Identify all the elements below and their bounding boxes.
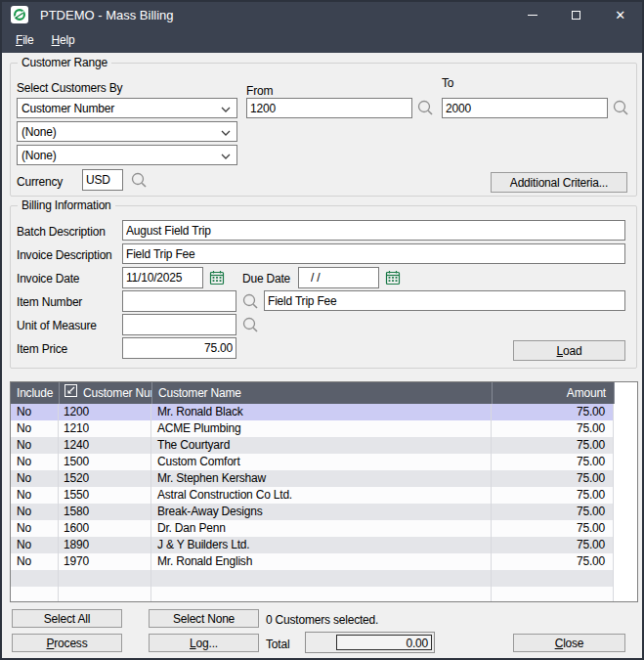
cell-include[interactable]: No	[11, 504, 59, 520]
cell-amount: 75.00	[492, 520, 614, 537]
invoice-date-calendar-icon[interactable]	[209, 270, 225, 288]
to-finder-icon[interactable]	[612, 99, 629, 119]
invoice-description-label: Invoice Description	[17, 248, 112, 262]
unit-of-measure-finder-icon[interactable]	[241, 316, 259, 336]
to-input[interactable]	[442, 98, 608, 118]
load-button[interactable]: Load	[513, 340, 625, 361]
cell-include[interactable]: No	[11, 470, 59, 487]
cell-amount: 75.00	[492, 553, 614, 570]
cell-amount: 75.00	[492, 404, 614, 420]
grid-row[interactable]: No1210ACME Plumbing75.00	[11, 420, 637, 437]
cell-name: Astral Construction Co Ltd.	[151, 487, 492, 504]
column-header-filler	[614, 382, 637, 404]
due-date-calendar-icon[interactable]	[385, 270, 401, 288]
customers-grid: Include Customer Number Customer Name Am…	[10, 381, 638, 602]
filter3-combo[interactable]: (None)	[17, 145, 237, 165]
grid-row[interactable]: No1550Astral Construction Co Ltd.75.00	[11, 487, 637, 504]
from-label: From	[246, 84, 273, 98]
cell-name: The Courtyard	[151, 437, 492, 454]
column-header-include[interactable]: Include	[11, 382, 59, 404]
cell-name: ACME Plumbing	[151, 420, 492, 437]
cell-name: Mr. Ronald English	[151, 553, 492, 570]
due-date-label: Due Date	[242, 272, 290, 286]
grid-row[interactable]: No1240The Courtyard75.00	[11, 437, 637, 454]
invoice-date-input[interactable]	[122, 267, 203, 288]
cell-name: Mr. Stephen Kershaw	[151, 470, 492, 487]
item-number-finder-icon[interactable]	[241, 292, 259, 313]
cell-include[interactable]: No	[11, 520, 59, 537]
column-header-customer-name[interactable]: Customer Name	[151, 382, 492, 404]
cell-number: 1580	[59, 504, 151, 520]
item-price-input[interactable]	[122, 337, 236, 359]
cell-number: 1200	[59, 404, 151, 420]
cell-number: 1210	[59, 420, 151, 437]
item-description-input[interactable]	[264, 290, 625, 311]
grid-body: No1200Mr. Ronald Black75.00No1210ACME Pl…	[11, 404, 637, 602]
cell-include[interactable]: No	[11, 553, 59, 570]
cell-include[interactable]: No	[11, 437, 59, 454]
cell-include[interactable]: No	[11, 404, 59, 420]
cell-amount: 75.00	[492, 470, 614, 487]
batch-description-input[interactable]	[122, 220, 625, 241]
cell-filler	[614, 520, 637, 537]
select-none-button[interactable]: Select None	[149, 609, 259, 628]
cell-include[interactable]: No	[11, 537, 59, 553]
cell-include[interactable]: No	[11, 487, 59, 504]
total-value: 0.00	[336, 635, 432, 650]
from-input[interactable]	[246, 98, 412, 118]
grid-row[interactable]: No1200Mr. Ronald Black75.00	[11, 404, 637, 420]
close-window-button[interactable]: ✕	[598, 2, 642, 27]
menu-file[interactable]: File	[7, 27, 43, 53]
mass-billing-window: PTDEMO - Mass Billing ✕ File Help Custom…	[0, 0, 644, 660]
cell-amount: 75.00	[492, 487, 614, 504]
cell-name: Custom Comfort	[151, 454, 492, 470]
grid-row[interactable]: No1600Dr. Dan Penn75.00	[11, 520, 637, 537]
cell-filler	[614, 570, 637, 587]
grid-row[interactable]: No1500Custom Comfort75.00	[11, 454, 637, 470]
unit-of-measure-input[interactable]	[122, 314, 236, 335]
cell-name	[151, 587, 492, 602]
select-all-button[interactable]: Select All	[12, 609, 122, 628]
cell-include	[11, 570, 59, 587]
column-header-customer-number[interactable]: Customer Number	[59, 382, 151, 404]
cell-amount: 75.00	[492, 504, 614, 520]
minimize-button[interactable]	[510, 2, 554, 27]
close-button[interactable]: Close	[513, 634, 625, 652]
grid-row[interactable]: No1890J & Y Builders Ltd.75.00	[11, 537, 637, 553]
item-number-label: Item Number	[17, 295, 82, 309]
app-logo-icon	[11, 6, 28, 23]
log-button[interactable]: Log...	[149, 634, 259, 652]
invoice-description-input[interactable]	[122, 243, 625, 264]
additional-criteria-button[interactable]: Additional Criteria...	[491, 172, 627, 193]
grid-row[interactable]: No1580Break-Away Designs75.00	[11, 504, 637, 520]
unit-of-measure-label: Unit of Measure	[17, 319, 97, 332]
maximize-button[interactable]	[554, 2, 598, 27]
close-icon: ✕	[615, 8, 625, 22]
filter2-combo[interactable]: (None)	[17, 121, 237, 142]
cell-number: 1890	[59, 537, 151, 553]
billing-information-legend: Billing Information	[18, 198, 115, 212]
column-header-amount[interactable]: Amount	[492, 382, 614, 404]
from-finder-icon[interactable]	[416, 99, 434, 119]
cell-include	[11, 587, 59, 602]
currency-label: Currency	[17, 175, 63, 189]
cell-number	[59, 587, 151, 602]
cell-filler	[614, 420, 637, 437]
cell-include[interactable]: No	[11, 454, 59, 470]
due-date-input[interactable]	[298, 267, 379, 288]
cell-include[interactable]: No	[11, 420, 59, 437]
select-customers-by-combo[interactable]: Customer Number	[17, 98, 237, 118]
cell-amount: 75.00	[492, 437, 614, 454]
menu-help[interactable]: Help	[43, 27, 84, 53]
cell-number: 1550	[59, 487, 151, 504]
cell-filler	[614, 487, 637, 504]
grid-row[interactable]: No1970Mr. Ronald English75.00	[11, 553, 637, 570]
process-button[interactable]: Process	[12, 634, 122, 652]
cell-name	[151, 570, 492, 587]
item-number-input[interactable]	[122, 290, 236, 312]
grid-row[interactable]: No1520Mr. Stephen Kershaw75.00	[11, 470, 637, 487]
cell-amount	[492, 570, 614, 587]
currency-input[interactable]	[82, 169, 123, 191]
currency-finder-icon[interactable]	[130, 171, 148, 192]
select-customers-by-label: Select Customers By	[17, 81, 122, 95]
